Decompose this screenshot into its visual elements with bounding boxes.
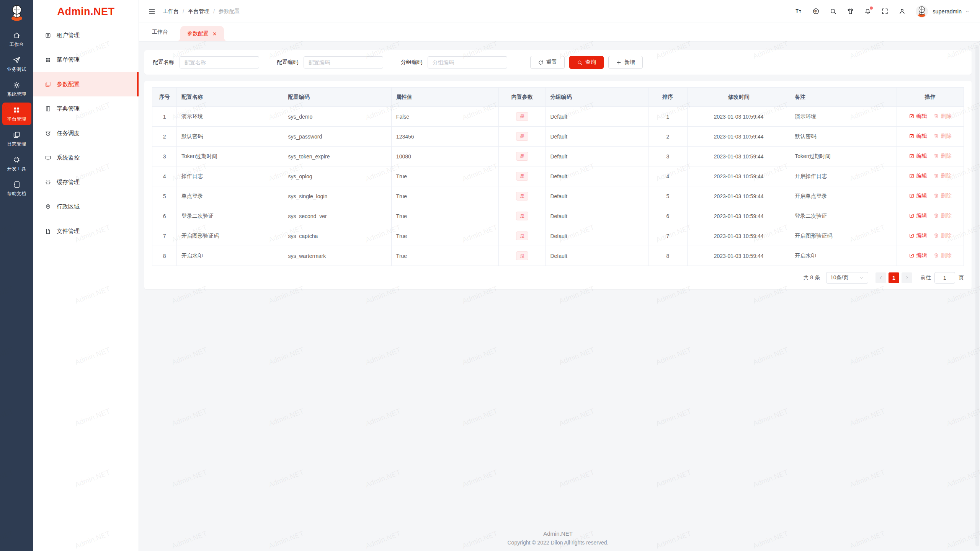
collapse-sidebar-icon[interactable] xyxy=(148,8,156,15)
delete-link[interactable]: 删除 xyxy=(933,252,952,259)
search-icon[interactable] xyxy=(830,8,837,15)
rail-item-label: 帮助文档 xyxy=(7,191,26,197)
group-code-input[interactable] xyxy=(428,56,507,68)
close-icon[interactable] xyxy=(212,31,217,36)
sidebar-item-租户管理[interactable]: 租户管理 xyxy=(33,23,139,47)
column-header: 修改时间 xyxy=(687,88,790,107)
rail-item-工作台[interactable]: 工作台 xyxy=(2,28,31,51)
table-cell: Default xyxy=(546,127,648,147)
table-cell: 是 xyxy=(499,127,546,147)
mascot-logo-icon[interactable] xyxy=(8,3,26,22)
edit-link[interactable]: 编辑 xyxy=(909,173,927,179)
search-field-group: 分组编码 xyxy=(401,56,507,68)
table-cell: sys_demo xyxy=(283,107,391,127)
sidebar-item-行政区域[interactable]: 行政区域 xyxy=(33,194,139,219)
reset-button[interactable]: 重置 xyxy=(530,56,565,69)
sidebar-menu: 租户管理菜单管理参数配置字典管理任务调度系统监控缓存管理行政区域文件管理 xyxy=(33,23,139,243)
language-icon[interactable]: 中 xyxy=(812,8,820,15)
rail-item-平台管理[interactable]: 平台管理 xyxy=(2,103,31,125)
tab-参数配置[interactable]: 参数配置 xyxy=(180,26,224,41)
delete-label: 删除 xyxy=(941,252,952,259)
table-cell: 演示环境 xyxy=(177,107,283,127)
topbar: 工作台/平台管理/参数配置 TT中 superadmin xyxy=(139,0,980,23)
delete-link[interactable]: 删除 xyxy=(933,113,952,120)
edit-link[interactable]: 编辑 xyxy=(909,252,927,259)
notification-badge xyxy=(870,7,873,10)
font-size-icon[interactable]: TT xyxy=(795,8,802,15)
delete-link[interactable]: 删除 xyxy=(933,153,952,160)
table-cell: True xyxy=(391,206,498,226)
chevron-down-icon xyxy=(859,276,864,280)
rail-item-业务测试[interactable]: 业务测试 xyxy=(2,53,31,75)
breadcrumb-item[interactable]: 工作台 xyxy=(163,8,179,15)
scrollbar[interactable] xyxy=(975,45,979,546)
table-cell: 是 xyxy=(499,206,546,226)
rail-item-帮助文档[interactable]: 帮助文档 xyxy=(2,177,31,200)
delete-link[interactable]: 删除 xyxy=(933,232,952,239)
page-size-select[interactable]: 10条/页 xyxy=(826,272,868,284)
query-button[interactable]: 查询 xyxy=(569,56,604,69)
edit-link[interactable]: 编辑 xyxy=(909,232,927,239)
edit-link[interactable]: 编辑 xyxy=(909,133,927,140)
profile-icon[interactable] xyxy=(898,8,906,15)
delete-link[interactable]: 删除 xyxy=(933,173,952,179)
bell-icon[interactable] xyxy=(864,8,871,15)
builtin-badge: 是 xyxy=(516,251,528,261)
config-name-input[interactable] xyxy=(180,56,259,68)
sidebar-item-文件管理[interactable]: 文件管理 xyxy=(33,219,139,243)
chevron-down-icon[interactable] xyxy=(965,9,970,14)
table-cell: 是 xyxy=(499,186,546,206)
delete-link[interactable]: 删除 xyxy=(933,212,952,219)
avatar[interactable] xyxy=(916,5,928,18)
rail-item-开发工具[interactable]: 开发工具 xyxy=(2,152,31,175)
left-rail: 工作台业务测试系统管理平台管理日志管理开发工具帮助文档 xyxy=(0,0,33,551)
tab-label: 参数配置 xyxy=(187,30,209,37)
footer-copyright: Copyright © 2022 Dilon All rights reserv… xyxy=(144,540,972,546)
prev-page-button[interactable] xyxy=(875,272,886,283)
edit-link[interactable]: 编辑 xyxy=(909,192,927,199)
sidebar-item-字典管理[interactable]: 字典管理 xyxy=(33,96,139,121)
username[interactable]: superadmin xyxy=(933,8,962,15)
table-cell: 3 xyxy=(152,147,177,166)
table-cell: False xyxy=(391,107,498,127)
config-code-input[interactable] xyxy=(304,56,383,68)
sidebar-item-菜单管理[interactable]: 菜单管理 xyxy=(33,47,139,72)
theme-icon[interactable] xyxy=(847,8,854,15)
app-root: 工作台业务测试系统管理平台管理日志管理开发工具帮助文档 Admin.NET 租户… xyxy=(0,0,980,551)
edit-icon xyxy=(909,173,915,179)
table-cell: sys_token_expire xyxy=(283,147,391,166)
sidebar-item-系统监控[interactable]: 系统监控 xyxy=(33,145,139,170)
app-logo: Admin.NET xyxy=(33,0,139,23)
table-cell: 是 xyxy=(499,226,546,246)
next-page-button[interactable] xyxy=(902,272,912,283)
edit-link[interactable]: 编辑 xyxy=(909,153,927,160)
goto-page-input[interactable] xyxy=(934,272,955,284)
table-cell: 3 xyxy=(648,147,687,166)
rail-item-系统管理[interactable]: 系统管理 xyxy=(2,78,31,100)
delete-link[interactable]: 删除 xyxy=(933,133,952,140)
rail-item-日志管理[interactable]: 日志管理 xyxy=(2,127,31,150)
trash-icon xyxy=(933,213,939,218)
tab-工作台[interactable]: 工作台 xyxy=(145,23,175,41)
rail-item-label: 工作台 xyxy=(10,41,24,48)
column-header: 内置参数 xyxy=(499,88,546,107)
sidebar-item-label: 菜单管理 xyxy=(57,56,80,64)
edit-link[interactable]: 编辑 xyxy=(909,113,927,120)
delete-label: 删除 xyxy=(941,212,952,219)
delete-link[interactable]: 删除 xyxy=(933,192,952,199)
add-button[interactable]: 新增 xyxy=(608,56,643,69)
sidebar-item-参数配置[interactable]: 参数配置 xyxy=(33,72,139,96)
sidebar-item-label: 任务调度 xyxy=(57,130,80,137)
sidebar-item-缓存管理[interactable]: 缓存管理 xyxy=(33,170,139,194)
sidebar-item-任务调度[interactable]: 任务调度 xyxy=(33,121,139,145)
edit-link[interactable]: 编辑 xyxy=(909,212,927,219)
table-cell: 开启图形验证码 xyxy=(177,226,283,246)
fullscreen-icon[interactable] xyxy=(881,8,889,15)
alarm-clock-icon xyxy=(45,130,51,137)
column-header: 配置编码 xyxy=(283,88,391,107)
breadcrumb-item[interactable]: 平台管理 xyxy=(188,8,209,15)
sidebar-item-label: 参数配置 xyxy=(57,81,80,88)
table-cell: Default xyxy=(546,226,648,246)
main-column: 工作台/平台管理/参数配置 TT中 superadmin 工作台参数配置 配置名… xyxy=(139,0,980,551)
current-page-button[interactable]: 1 xyxy=(889,272,899,283)
